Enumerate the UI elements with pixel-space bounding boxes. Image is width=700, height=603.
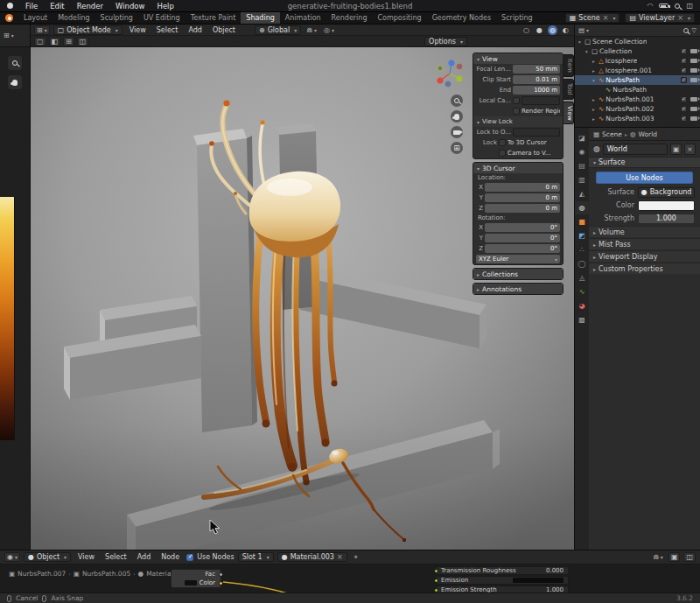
render-region-checkbox[interactable] <box>513 108 520 115</box>
input-socket[interactable] <box>434 578 438 583</box>
pan-hand-icon[interactable] <box>451 110 463 123</box>
workspace-tab-modeling[interactable]: Modeling <box>52 12 94 24</box>
surface-shader-dropdown[interactable]: ●Background <box>638 187 695 198</box>
to-3d-cursor-checkbox[interactable] <box>499 139 506 146</box>
editor-type-icon[interactable]: ◉ <box>4 552 20 562</box>
shading-wireframe-icon[interactable]: ○ <box>522 25 531 35</box>
render-visibility-icon[interactable] <box>690 107 697 112</box>
clip-end-field[interactable]: 1000 m <box>513 86 560 95</box>
selectable-checkbox[interactable] <box>681 96 687 102</box>
camera-to-view-checkbox[interactable] <box>499 150 506 157</box>
workspace-tab-rendering[interactable]: Rendering <box>326 12 373 24</box>
workspace-tab-animation[interactable]: Animation <box>280 12 326 24</box>
outliner-row-nurbspath-data[interactable]: ∿NurbsPath <box>575 85 700 95</box>
properties-tab-tool[interactable]: ◪ <box>575 131 589 144</box>
properties-tab-material[interactable]: ◕ <box>575 299 589 312</box>
outliner-display-mode-icon[interactable]: ▤ <box>578 26 589 34</box>
tool-strip-icon-1[interactable]: ▢ <box>34 37 46 46</box>
editor-type-icon[interactable]: ⊞ <box>34 25 50 35</box>
collections-panel-header[interactable]: ▸Collections <box>473 269 563 279</box>
navigation-gizmo[interactable] <box>434 58 466 89</box>
sidebar-tab-item[interactable]: Item <box>564 54 574 77</box>
unlink-button[interactable]: × <box>684 144 696 155</box>
menu-render[interactable]: Render <box>72 2 108 11</box>
proportional-editing-icon[interactable]: ◎ <box>322 25 336 35</box>
search-icon[interactable] <box>683 28 689 33</box>
breadcrumb-scene[interactable]: Scene <box>602 130 622 138</box>
local-camera-field[interactable] <box>522 96 560 105</box>
shader-menu-add[interactable]: Add <box>134 553 155 561</box>
fake-user-button[interactable]: ▣ <box>670 144 682 155</box>
selectable-checkbox[interactable] <box>681 116 687 122</box>
shader-menu-node[interactable]: Node <box>158 553 183 561</box>
cursor-rot-x-field[interactable]: 0° <box>485 223 560 232</box>
use-nodes-button[interactable]: Use Nodes <box>596 172 693 184</box>
shader-menu-select[interactable]: Select <box>102 553 130 561</box>
lock-to-object-field[interactable] <box>513 128 560 137</box>
selectable-checkbox[interactable] <box>681 58 687 64</box>
tool-strip-icon-2[interactable]: ◧ <box>49 37 61 46</box>
workspace-tab-sculpting[interactable]: Sculpting <box>95 12 138 24</box>
breadcrumb-world[interactable]: World <box>639 130 658 138</box>
editor-type-icon[interactable]: ⊞ <box>4 32 14 39</box>
properties-tab-object-data[interactable]: ∿ <box>575 285 589 298</box>
breadcrumb-item[interactable]: NurbsPath.007 <box>18 570 66 578</box>
menu-edit[interactable]: Edit <box>45 2 69 11</box>
local-camera-checkbox[interactable] <box>513 97 520 104</box>
snapping-magnet-icon[interactable]: ⋒ <box>304 25 318 35</box>
color-swatch[interactable] <box>185 580 197 585</box>
shader-menu-view[interactable]: View <box>74 553 98 561</box>
selectable-checkbox[interactable] <box>681 77 687 83</box>
pan-hand-icon[interactable] <box>8 75 22 89</box>
workspace-tab-layout[interactable]: Layout <box>18 12 52 24</box>
exclude-checkbox[interactable] <box>681 48 687 54</box>
scene-selector[interactable]: ▦ Scene × <box>565 13 620 23</box>
euler-order-dropdown[interactable]: XYZ Euler▾ <box>476 255 560 263</box>
mode-dropdown[interactable]: ▢ Object Mode <box>53 25 122 35</box>
viewport-menu-select[interactable]: Select <box>153 26 182 34</box>
cursor-rot-z-field[interactable]: 0° <box>485 244 560 253</box>
annotations-panel-header[interactable]: ▸Annotations <box>473 284 563 294</box>
outliner-row-nurbspath[interactable]: ▾∿NurbsPath <box>575 75 700 85</box>
properties-tab-physics[interactable]: ◯ <box>575 257 589 270</box>
render-visibility-icon[interactable] <box>690 78 697 83</box>
render-visibility-icon[interactable] <box>690 68 697 74</box>
snapping-magnet-icon[interactable]: ⋒ <box>651 552 665 562</box>
workspace-tab-shading[interactable]: Shading <box>241 12 280 24</box>
zoom-icon[interactable] <box>451 95 463 107</box>
breadcrumb-item[interactable]: NurbsPath.005 <box>82 570 130 578</box>
camera-view-icon[interactable] <box>451 126 463 138</box>
menu-help[interactable]: Help <box>151 2 178 11</box>
workspace-tab-texture-paint[interactable]: Texture Paint <box>186 12 242 24</box>
outliner-row-nurbspath-001[interactable]: ▸∿NurbsPath.001 <box>575 95 700 104</box>
viewlayer-selector[interactable]: ▤ ViewLayer × <box>625 13 695 23</box>
properties-tab-world[interactable]: ◍ <box>575 201 589 214</box>
volume-panel-header[interactable]: ▸Volume <box>589 226 700 237</box>
clip-start-field[interactable]: 0.01 m <box>513 75 560 84</box>
wifi-icon[interactable]: ◠ <box>647 3 653 10</box>
properties-tab-view-layer[interactable]: ▥ <box>575 173 589 186</box>
view-lock-subheader[interactable]: ▾View Lock <box>473 116 563 127</box>
world-name-field[interactable]: World <box>603 144 668 155</box>
overlay-toggle-icon[interactable]: ▣ <box>668 552 681 562</box>
render-visibility-icon[interactable] <box>690 49 697 54</box>
principled-bsdf-node[interactable]: Transmission Roughness0.000 Emission Emi… <box>436 566 569 592</box>
viewlayer-unlink-icon[interactable]: × <box>677 14 683 22</box>
viewport-menu-view[interactable]: View <box>126 26 150 34</box>
world-color-swatch[interactable] <box>638 200 695 211</box>
outliner-row-collection[interactable]: ▾▢Collection <box>575 46 700 56</box>
viewport-menu-add[interactable]: Add <box>185 26 206 34</box>
viewport-canvas[interactable]: ⊞ ▾View Focal Len...50 mm Clip Start0.01… <box>31 47 574 550</box>
outliner-row-icosphere-001[interactable]: ▸△Icosphere.001 <box>575 66 700 75</box>
pin-icon[interactable]: ⌖ <box>351 552 361 562</box>
region-toggle-icon[interactable]: ◫ <box>683 552 696 562</box>
scene-unlink-icon[interactable]: × <box>603 14 609 22</box>
properties-tab-texture[interactable]: ▩ <box>575 313 589 326</box>
options-dropdown[interactable]: Options <box>424 37 467 46</box>
input-socket[interactable] <box>434 569 438 573</box>
sidebar-tab-tool[interactable]: Tool <box>564 79 574 100</box>
shading-material-icon[interactable]: ◍ <box>548 25 557 35</box>
properties-tab-scene[interactable]: ◭ <box>575 187 589 200</box>
properties-tab-particles[interactable]: ∴ <box>575 243 589 256</box>
selectable-checkbox[interactable] <box>681 106 687 112</box>
